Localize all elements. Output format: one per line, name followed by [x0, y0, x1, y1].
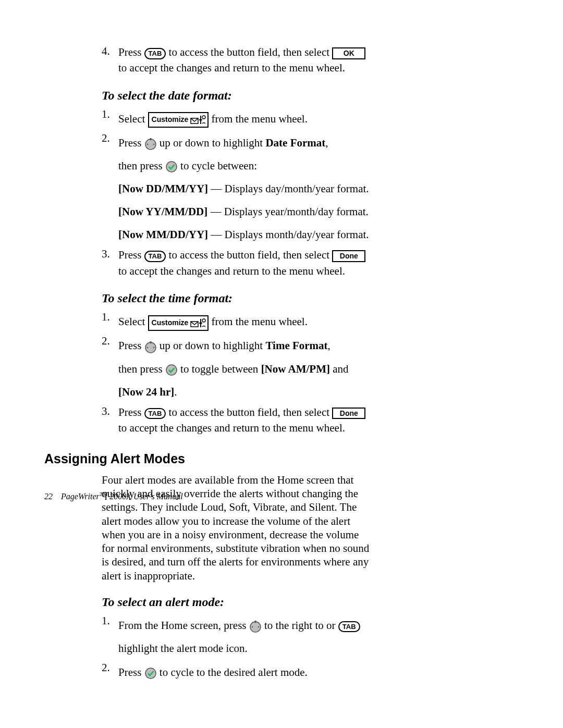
text: to access the button field, then select — [166, 249, 332, 261]
customize-button-graphic: Customize — [148, 315, 209, 331]
text: — Displays month/day/year format. — [208, 228, 369, 241]
text: highlight the alert mode icon. — [118, 642, 248, 655]
list-number: 3. — [102, 404, 118, 418]
paragraph-alert-modes: Four alert modes are available from the … — [102, 473, 373, 583]
page-footer: 22 PageWriterTM 2000X User's Manual — [44, 491, 183, 501]
nav-disc-icon — [249, 620, 262, 633]
text: , — [328, 339, 331, 352]
text: to accept the changes and return to the … — [118, 61, 345, 74]
svg-rect-19 — [254, 621, 256, 623]
text: Press — [118, 137, 144, 149]
list-number: 2. — [102, 661, 118, 674]
footer-title: PageWriter — [61, 492, 100, 501]
list-number: 1. — [102, 614, 118, 627]
text: Press — [118, 339, 144, 352]
list-number: 2. — [102, 131, 118, 145]
text: up or down to highlight — [157, 137, 266, 149]
nav-disc-icon — [144, 138, 157, 150]
text: — Displays day/month/year format. — [208, 182, 369, 195]
list-number: 1. — [102, 107, 118, 121]
svg-point-15 — [146, 347, 148, 348]
done-button-graphic: Done — [332, 408, 365, 419]
ok-button-graphic: OK — [332, 47, 365, 59]
text: . — [174, 386, 177, 398]
text: to access the button field, then select — [166, 406, 332, 418]
bold-label: Date Format — [265, 137, 325, 149]
svg-point-3 — [202, 116, 205, 119]
svg-point-20 — [251, 626, 253, 628]
option-bold: [Now YY/MM/DD] — [118, 205, 207, 218]
text: Press — [118, 46, 144, 58]
customize-button-graphic: Customize — [148, 112, 209, 128]
svg-point-22 — [145, 668, 156, 678]
bold-label: Time Format — [265, 339, 327, 352]
svg-rect-5 — [150, 138, 151, 140]
text: Press — [118, 666, 144, 678]
svg-point-6 — [146, 144, 148, 145]
heading-alert-modes: Assigning Alert Modes — [44, 451, 493, 467]
list-number: 1. — [102, 310, 118, 324]
text: Select — [118, 315, 148, 328]
text: to cycle to the desired alert mode. — [157, 666, 308, 678]
text: to access the button field, then select — [166, 46, 332, 58]
heading-select-alert-mode: To select an alert mode: — [102, 594, 493, 610]
select-check-icon — [165, 364, 178, 376]
select-check-icon — [165, 161, 178, 173]
page-number: 22 — [44, 492, 53, 501]
trademark: TM — [100, 491, 108, 497]
text: to the right to or — [262, 619, 338, 632]
option-bold: [Now AM/PM] — [261, 363, 330, 375]
heading-date-format: To select the date format: — [102, 88, 493, 103]
text: from the menu wheel. — [209, 113, 308, 125]
tab-key-icon: TAB — [144, 48, 166, 59]
done-button-graphic: Done — [332, 250, 365, 262]
text: to accept the changes and return to the … — [118, 422, 345, 434]
heading-time-format: To select the time format: — [102, 290, 493, 306]
list-number: 4. — [102, 44, 118, 58]
list-number: 3. — [102, 247, 118, 261]
svg-point-16 — [153, 347, 154, 348]
list-number: 2. — [102, 334, 118, 348]
svg-point-7 — [153, 144, 154, 145]
envelope-tools-icon — [190, 317, 206, 329]
text: up or down to highlight — [157, 339, 266, 352]
text: Press — [118, 406, 144, 418]
text: then press — [118, 363, 165, 375]
option-bold: [Now MM/DD/YY] — [118, 228, 208, 241]
text: , — [325, 137, 328, 149]
tab-key-icon: TAB — [144, 251, 166, 262]
svg-point-21 — [258, 626, 259, 628]
text: to cycle between: — [178, 159, 257, 172]
text: to accept the changes and return to the … — [118, 265, 345, 277]
select-check-icon — [144, 667, 157, 680]
text: and — [330, 363, 349, 375]
text: from the menu wheel. — [209, 315, 308, 328]
envelope-tools-icon — [190, 114, 206, 126]
text: to toggle between — [178, 363, 261, 375]
option-bold: [Now 24 hr] — [118, 386, 174, 398]
svg-point-17 — [166, 365, 177, 375]
svg-rect-14 — [150, 341, 151, 343]
footer-title: 2000X User's Manual — [107, 492, 182, 501]
tab-key-icon: TAB — [338, 621, 360, 633]
text: Press — [118, 249, 144, 261]
svg-point-12 — [202, 319, 205, 322]
text: then press — [118, 159, 165, 172]
nav-disc-icon — [144, 341, 157, 353]
tab-key-icon: TAB — [144, 408, 166, 419]
text: — Displays year/month/day format. — [207, 205, 369, 218]
svg-point-8 — [166, 162, 177, 172]
option-bold: [Now DD/MM/YY] — [118, 182, 208, 195]
text: Select — [118, 113, 148, 125]
text: From the Home screen, press — [118, 619, 249, 632]
